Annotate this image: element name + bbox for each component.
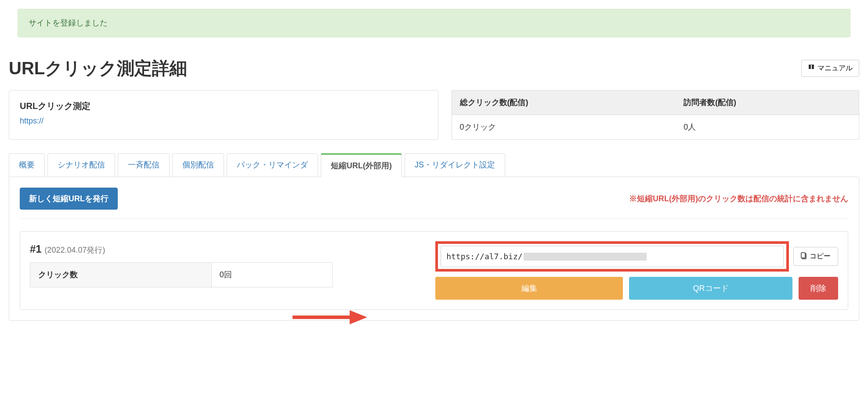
entry-date: (2022.04.07発行) (44, 246, 105, 254)
clipboard-icon (801, 252, 807, 261)
alert-message: サイトを登録しました (29, 18, 108, 27)
copy-label: コピー (810, 252, 831, 261)
page-title: URLクリック測定詳細 (9, 55, 187, 81)
measurement-url-link[interactable]: https:// (20, 116, 43, 125)
tab-broadcast[interactable]: 一斉配信 (118, 153, 170, 177)
measurement-heading: URLクリック測定 (20, 99, 427, 112)
clicks-value: 0回 (211, 263, 332, 287)
svg-marker-1 (350, 310, 367, 324)
warning-note: ※短縮URL(外部用)のクリック数は配信の統計に含まれません (629, 193, 848, 205)
arrow-annotation-icon (293, 308, 367, 326)
url-highlight-box: https://al7.biz/ (435, 241, 789, 272)
entry-title: #1 (2022.04.07発行) (30, 241, 418, 257)
stats-value-clicks: 0クリック (452, 115, 676, 140)
manual-button[interactable]: マニュアル (801, 60, 859, 77)
tab-pack[interactable]: パック・リマインダ (227, 153, 318, 177)
tab-short-url-external[interactable]: 短縮URL(外部用) (321, 153, 402, 177)
short-url-input[interactable]: https://al7.biz/ (441, 246, 784, 267)
stats-value-visitors: 0人 (676, 115, 859, 140)
divider (20, 218, 848, 219)
copy-button[interactable]: コピー (793, 247, 838, 266)
tab-content: 新しく短縮URLを発行 ※短縮URL(外部用)のクリック数は配信の統計に含まれま… (9, 177, 859, 321)
redacted-segment (524, 253, 647, 261)
book-icon (808, 64, 815, 73)
alert-success: サイトを登録しました (18, 9, 850, 37)
edit-button[interactable]: 編集 (435, 277, 623, 300)
tab-scenario[interactable]: シナリオ配信 (47, 153, 115, 177)
stats-header-clicks: 総クリック数(配信) (452, 91, 676, 115)
clicks-table: クリック数 0回 (30, 262, 333, 287)
clicks-label: クリック数 (30, 263, 212, 287)
delete-button[interactable]: 削除 (799, 277, 838, 300)
entry-id: #1 (30, 243, 42, 255)
stats-table: 総クリック数(配信) 訪問者数(配信) 0クリック 0人 (452, 90, 860, 140)
measurement-panel: URLクリック測定 https:// (9, 90, 438, 140)
tabs: 概要 シナリオ配信 一斉配信 個別配信 パック・リマインダ 短縮URL(外部用)… (9, 153, 859, 177)
manual-label: マニュアル (817, 64, 853, 73)
issue-short-url-button[interactable]: 新しく短縮URLを発行 (20, 188, 118, 210)
short-url-value: https://al7.biz/ (446, 250, 522, 262)
short-url-panel: #1 (2022.04.07発行) クリック数 0回 https://al7.b… (20, 231, 848, 310)
tab-individual[interactable]: 個別配信 (172, 153, 224, 177)
stats-header-visitors: 訪問者数(配信) (676, 91, 859, 115)
qr-code-button[interactable]: QRコード (629, 277, 792, 300)
svg-rect-3 (801, 253, 805, 258)
tab-overview[interactable]: 概要 (9, 153, 45, 177)
tab-js-redirect[interactable]: JS・リダイレクト設定 (405, 153, 505, 177)
